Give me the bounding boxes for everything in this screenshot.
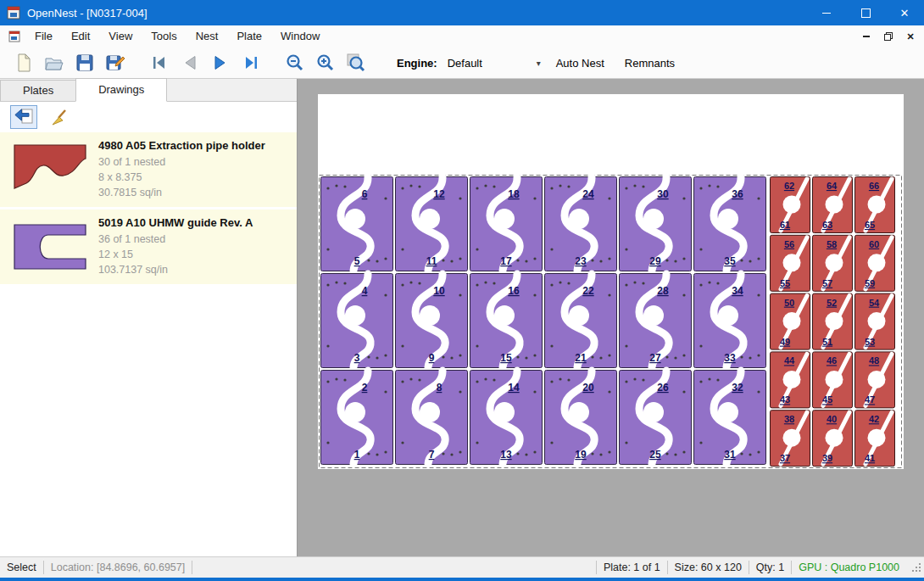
menu-window[interactable]: Window (271, 25, 329, 47)
nested-plate[interactable]: 6512111817242330293635431091615222128273… (319, 175, 902, 468)
zoom-out-button[interactable] (280, 50, 310, 75)
red-part-pair[interactable]: 6059 (855, 235, 895, 291)
remnants-button[interactable]: Remnants (616, 51, 683, 75)
mdi-restore-button[interactable] (882, 30, 895, 43)
part-number[interactable]: 24 (582, 188, 594, 200)
part-number[interactable]: 2 (362, 382, 368, 394)
part-number[interactable]: 45 (822, 394, 832, 405)
part-number[interactable]: 55 (780, 278, 790, 288)
part-number[interactable]: 66 (869, 181, 879, 191)
part-number[interactable]: 16 (508, 285, 520, 297)
mdi-minimize-button[interactable] (860, 30, 873, 43)
part-number[interactable]: 4 (362, 285, 368, 297)
part-number[interactable]: 32 (732, 382, 743, 394)
part-number[interactable]: 33 (724, 352, 736, 364)
part-number[interactable]: 26 (657, 382, 669, 394)
red-part-pair[interactable]: 3837 (771, 411, 810, 466)
purple-part-pair[interactable]: 3635 (694, 177, 766, 271)
part-number[interactable]: 7 (429, 449, 435, 461)
part-number[interactable]: 52 (827, 298, 837, 308)
red-part-pair[interactable]: 5655 (771, 235, 810, 291)
part-number[interactable]: 43 (780, 394, 790, 405)
part-number[interactable]: 35 (724, 255, 736, 267)
red-part-pair[interactable]: 5857 (813, 235, 853, 291)
purple-part-pair[interactable]: 3231 (694, 371, 766, 465)
purple-part-pair[interactable]: 65 (321, 177, 393, 271)
part-number[interactable]: 12 (433, 188, 445, 200)
part-number[interactable]: 51 (822, 337, 832, 347)
import-drawing-button[interactable] (10, 105, 37, 129)
purple-part-pair[interactable]: 109 (396, 274, 468, 368)
part-number[interactable]: 58 (827, 239, 837, 249)
part-number[interactable]: 20 (582, 382, 594, 394)
part-number[interactable]: 49 (780, 337, 790, 347)
zoom-in-button[interactable] (310, 50, 341, 75)
purple-part-pair[interactable]: 2423 (545, 177, 617, 271)
part-number[interactable]: 13 (500, 449, 512, 461)
part-number[interactable]: 17 (500, 255, 512, 267)
last-plate-button[interactable] (236, 50, 266, 75)
purple-part-pair[interactable]: 2625 (620, 371, 692, 465)
part-number[interactable]: 53 (865, 337, 875, 347)
tab-drawings[interactable]: Drawings (75, 78, 167, 102)
purple-part-pair[interactable]: 2019 (545, 371, 617, 465)
save-as-button[interactable] (100, 50, 131, 75)
purple-part-pair[interactable]: 1817 (470, 177, 543, 271)
list-item[interactable]: 5019 A10 UHMW guide Rev. A 36 of 1 neste… (0, 209, 297, 284)
part-number[interactable]: 21 (575, 352, 587, 364)
purple-part-pair[interactable]: 1211 (396, 177, 468, 271)
part-number[interactable]: 23 (575, 255, 587, 267)
part-number[interactable]: 54 (869, 298, 880, 308)
part-number[interactable]: 28 (657, 285, 669, 297)
part-number[interactable]: 14 (508, 382, 520, 394)
part-number[interactable]: 29 (649, 255, 661, 267)
part-number[interactable]: 8 (437, 382, 443, 394)
part-number[interactable]: 18 (508, 188, 520, 200)
part-number[interactable]: 59 (865, 278, 875, 288)
maximize-button[interactable] (846, 0, 885, 25)
red-part-pair[interactable]: 5251 (813, 293, 853, 349)
mdi-close-button[interactable]: ✕ (904, 30, 917, 43)
part-number[interactable]: 42 (869, 414, 879, 424)
part-number[interactable]: 36 (732, 188, 743, 200)
part-number[interactable]: 3 (354, 352, 360, 364)
part-number[interactable]: 10 (433, 285, 445, 297)
resize-grip[interactable] (911, 562, 921, 573)
engine-select[interactable]: Default ▾ (444, 53, 544, 72)
part-number[interactable]: 15 (500, 352, 512, 364)
purple-part-pair[interactable]: 2827 (620, 274, 692, 368)
part-number[interactable]: 62 (784, 181, 794, 191)
part-number[interactable]: 63 (822, 220, 832, 230)
part-number[interactable]: 65 (865, 220, 875, 230)
menu-tools[interactable]: Tools (142, 25, 186, 47)
list-item[interactable]: 4980 A05 Extraction pipe holder 30 of 1 … (0, 132, 297, 207)
purple-part-pair[interactable]: 43 (321, 274, 393, 368)
part-number[interactable]: 41 (865, 453, 875, 463)
purple-part-pair[interactable]: 87 (396, 371, 468, 465)
purple-part-pair[interactable]: 3029 (620, 177, 692, 271)
close-button[interactable]: ✕ (885, 0, 924, 25)
red-part-pair[interactable]: 4847 (855, 352, 895, 408)
part-number[interactable]: 38 (784, 414, 794, 424)
part-number[interactable]: 9 (429, 352, 435, 364)
menu-nest[interactable]: Nest (186, 25, 228, 47)
part-number[interactable]: 25 (649, 449, 661, 461)
zoom-fit-button[interactable] (341, 50, 371, 75)
purple-part-pair[interactable]: 3433 (694, 274, 766, 368)
part-number[interactable]: 60 (869, 239, 879, 249)
part-number[interactable]: 30 (657, 188, 669, 200)
part-number[interactable]: 61 (780, 220, 790, 230)
red-part-pair[interactable]: 5049 (771, 293, 810, 349)
red-part-pair[interactable]: 4039 (813, 411, 853, 466)
save-button[interactable] (70, 50, 100, 75)
part-number[interactable]: 56 (784, 239, 794, 249)
nest-canvas[interactable]: 6512111817242330293635431091615222128273… (298, 79, 924, 556)
red-part-pair[interactable]: 4241 (855, 411, 895, 466)
part-number[interactable]: 11 (426, 255, 437, 267)
purple-part-pair[interactable]: 2221 (545, 274, 617, 368)
red-part-pair[interactable]: 5453 (855, 293, 895, 349)
tab-plates[interactable]: Plates (0, 80, 76, 101)
part-number[interactable]: 19 (575, 449, 587, 461)
red-part-pair[interactable]: 4443 (771, 352, 810, 408)
new-button[interactable] (8, 50, 39, 75)
